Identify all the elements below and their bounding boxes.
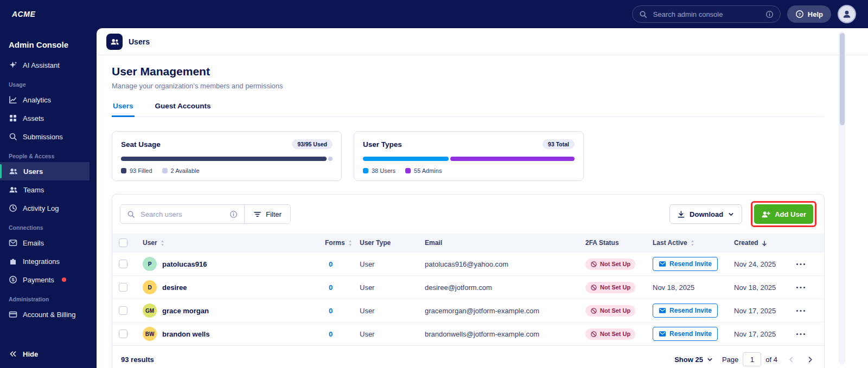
info-icon[interactable] xyxy=(765,10,774,18)
filter-button[interactable]: Filter xyxy=(245,205,290,223)
tab-guest-accounts[interactable]: Guest Accounts xyxy=(154,97,212,117)
avatar: P xyxy=(143,257,157,271)
last-active-cell: Nov 18, 2025 xyxy=(646,276,727,299)
sidebar-hide-button[interactable]: Hide xyxy=(0,344,90,364)
annotation-highlight-box: Add User xyxy=(751,201,816,227)
scrollbar-thumb[interactable] xyxy=(840,33,845,125)
user-cell[interactable]: P patolucas916 xyxy=(143,257,312,271)
table-row: GM grace morgan 0 User gracemorgan@jotfo… xyxy=(112,299,825,322)
add-user-button[interactable]: Add User xyxy=(754,204,813,224)
column-last-active[interactable]: Last Active xyxy=(646,234,727,253)
stat-cards: Seat Usage 93/95 Used 93 Filled xyxy=(112,131,825,181)
row-checkbox[interactable] xyxy=(119,306,127,315)
user-name: desiree xyxy=(162,283,187,292)
user-search-input[interactable] xyxy=(139,210,225,219)
info-icon[interactable] xyxy=(229,210,238,218)
row-checkbox[interactable] xyxy=(119,260,127,268)
seat-usage-title: Seat Usage xyxy=(121,140,161,149)
sidebar-item-activity-log[interactable]: Activity Log xyxy=(0,199,90,217)
sidebar-item-submissions[interactable]: Submissions xyxy=(0,127,90,146)
sidebar-section-connections: Connections xyxy=(0,217,90,234)
user-cell[interactable]: BW brandon wells xyxy=(143,327,312,341)
resend-invite-button[interactable]: Resend Invite xyxy=(653,304,718,318)
forms-count-link[interactable]: 0 xyxy=(325,307,333,315)
filter-icon xyxy=(253,210,261,218)
admin-search-bar[interactable] xyxy=(632,5,781,23)
user-type-cell: User xyxy=(353,276,418,299)
user-cell[interactable]: D desiree xyxy=(143,280,312,294)
users-segment xyxy=(363,157,449,161)
slash-icon xyxy=(590,284,597,291)
users-swatch xyxy=(363,168,368,173)
notification-dot xyxy=(62,277,66,282)
created-cell: Nov 17, 2025 xyxy=(727,299,787,322)
sort-icon[interactable] xyxy=(348,240,353,247)
sidebar-item-account-billing[interactable]: Account & Billing xyxy=(0,305,90,324)
table-header-row: User Forms User Type Email 2FA Status La… xyxy=(112,234,825,253)
user-name: grace morgan xyxy=(162,307,209,315)
sidebar-item-teams[interactable]: Teams xyxy=(0,180,90,199)
sidebar-item-emails[interactable]: Emails xyxy=(0,234,90,252)
magnifier-icon xyxy=(9,132,17,141)
panel-header: Users xyxy=(97,28,868,55)
column-created[interactable]: Created xyxy=(727,234,787,253)
sidebar-item-payments[interactable]: Payments xyxy=(0,270,90,289)
column-2fa-status: 2FA Status xyxy=(579,234,646,253)
user-plus-icon xyxy=(761,210,770,218)
forms-count-link[interactable]: 0 xyxy=(325,283,333,292)
dollar-icon xyxy=(9,275,17,284)
sidebar-item-assets[interactable]: Assets xyxy=(0,109,90,127)
row-actions-button[interactable] xyxy=(794,305,808,317)
available-swatch xyxy=(162,168,168,173)
sort-desc-icon[interactable] xyxy=(761,240,768,247)
resend-invite-button[interactable]: Resend Invite xyxy=(653,257,718,271)
user-avatar-menu[interactable] xyxy=(838,5,856,23)
help-button[interactable]: Help xyxy=(787,5,831,23)
row-actions-button[interactable] xyxy=(794,258,808,270)
chevron-down-icon xyxy=(706,356,713,363)
users-table: User Forms User Type Email 2FA Status La… xyxy=(112,234,825,345)
page-total-label: of 4 xyxy=(765,356,777,364)
legend-available: 2 Available xyxy=(162,167,200,174)
forms-count-link[interactable]: 0 xyxy=(325,330,333,338)
sidebar-section-administration: Administration xyxy=(0,289,90,305)
ellipsis-icon xyxy=(796,286,806,289)
question-icon xyxy=(795,10,804,18)
pagination: Page of 4 xyxy=(722,352,777,366)
page-subtitle: Manage your organization’s members and p… xyxy=(112,82,825,90)
sidebar-item-integrations[interactable]: Integrations xyxy=(0,252,90,270)
page-title: User Management xyxy=(112,65,825,78)
search-icon xyxy=(639,10,647,18)
page-size-select[interactable]: Show 25 xyxy=(674,356,713,364)
row-actions-button[interactable] xyxy=(794,281,808,294)
topbar-right: Help xyxy=(632,5,856,23)
user-search-box[interactable] xyxy=(120,205,244,223)
resend-invite-button[interactable]: Resend Invite xyxy=(653,327,718,341)
forms-count-link[interactable]: 0 xyxy=(325,260,333,268)
user-cell[interactable]: GM grace morgan xyxy=(143,304,312,318)
sidebar-item-ai-assistant[interactable]: AI Assistant xyxy=(0,56,90,74)
tab-users[interactable]: Users xyxy=(112,97,135,117)
page-number-input[interactable] xyxy=(743,352,761,366)
row-checkbox[interactable] xyxy=(119,283,127,292)
previous-page-button[interactable] xyxy=(786,354,796,365)
row-checkbox[interactable] xyxy=(119,330,127,338)
sort-icon[interactable] xyxy=(690,240,695,247)
admin-search-input[interactable] xyxy=(652,10,761,19)
sort-icon[interactable] xyxy=(160,240,165,247)
email-cell: patolucas916@yahoo.com xyxy=(418,253,579,276)
vertical-scrollbar[interactable] xyxy=(839,31,845,365)
ellipsis-icon xyxy=(796,309,806,312)
table-footer: 93 results Show 25 Page of 4 xyxy=(112,345,824,368)
download-button[interactable]: Download xyxy=(669,204,742,224)
teams-icon xyxy=(9,185,18,194)
row-actions-button[interactable] xyxy=(794,328,808,340)
column-user[interactable]: User xyxy=(136,234,318,253)
sidebar-item-users[interactable]: Users xyxy=(0,162,90,180)
column-forms[interactable]: Forms xyxy=(318,234,353,253)
next-page-button[interactable] xyxy=(805,354,815,365)
sidebar-item-analytics[interactable]: Analytics xyxy=(0,91,90,109)
tfa-status-badge: Not Set Up xyxy=(585,328,635,340)
grid-icon xyxy=(9,114,17,122)
select-all-checkbox[interactable] xyxy=(119,238,127,247)
